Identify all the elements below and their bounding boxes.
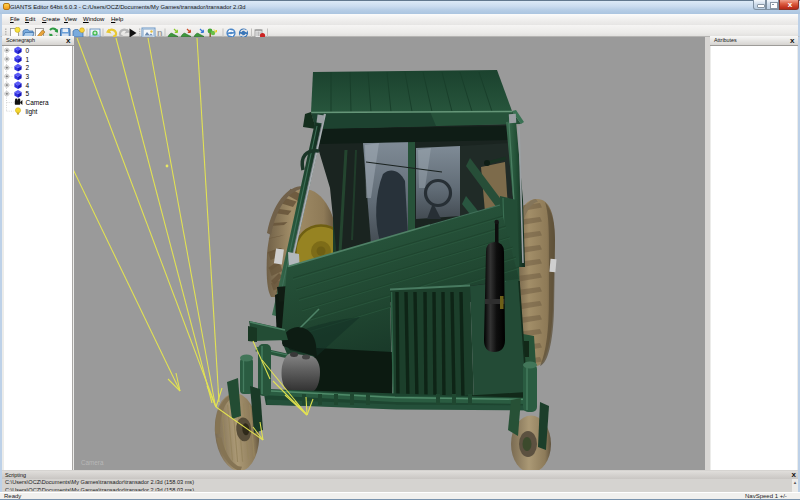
svg-text:Camera: Camera	[26, 99, 50, 106]
svg-text:5: 5	[26, 90, 30, 97]
svg-text:Camera: Camera	[81, 459, 104, 466]
svg-text:2: 2	[26, 64, 30, 71]
svg-text:4: 4	[26, 82, 30, 89]
svg-text:3: 3	[26, 73, 30, 80]
svg-text:1: 1	[26, 56, 30, 63]
svg-text:light: light	[26, 108, 38, 116]
svg-text:0: 0	[26, 47, 30, 54]
